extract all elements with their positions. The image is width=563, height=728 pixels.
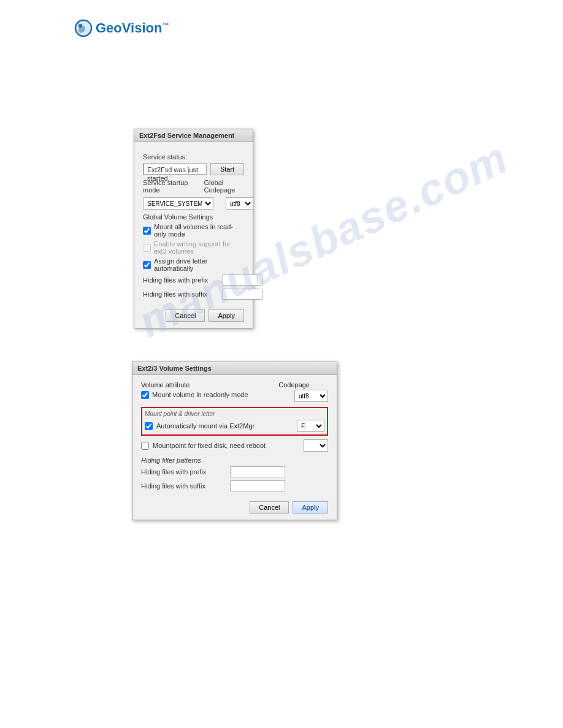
codepage-header-label: Codepage [278, 381, 310, 389]
dialog2-prefix-label: Hiding files with prefix [141, 468, 230, 476]
hiding-patterns-label: Hiding filter patterns [141, 457, 328, 464]
start-button[interactable]: Start [210, 163, 244, 175]
mount-point-section: Mount point & driver letter Automaticall… [141, 407, 328, 436]
startup-mode-label: Service startup mode [143, 179, 192, 194]
codepage-col: Global Codepage [204, 179, 245, 194]
startup-mode-select[interactable]: SERVICE_SYSTEM_START [143, 197, 213, 210]
mount-readonly-label: Mount volume in readonly mode [152, 391, 248, 398]
dialog2-suffix-label: Hiding files with suffix [141, 482, 230, 490]
checkbox-readonly[interactable] [143, 227, 151, 235]
global-volume-label: Global Volume Settings [143, 213, 244, 221]
checkbox-ext3-row: Enable writing support for ext3 volumes [143, 240, 244, 255]
service-status-value: Ext2Fsd was just started. [143, 164, 207, 175]
dialog2-content: Volume attribute Codepage Mount volume i… [132, 375, 337, 520]
dialog2-prefix-input[interactable] [230, 466, 285, 477]
startup-codepage-controls: SERVICE_SYSTEM_START utf8 [143, 197, 244, 210]
dialog2-button-row: Cancel Apply [141, 498, 328, 514]
mount-point-section-label: Mount point & driver letter [145, 411, 324, 417]
dialog2-prefix-row: Hiding files with prefix [141, 466, 328, 477]
dialog1-titlebar: Ext2Fsd Service Management [134, 129, 253, 142]
dialog1-cancel-button[interactable]: Cancel [166, 309, 205, 322]
dialog2-titlebar: Ext2/3 Volume Settings [132, 362, 337, 375]
auto-mount-label: Automatically mount via Ext2Mgr [156, 422, 293, 430]
startup-mode-col: Service startup mode [143, 179, 192, 194]
checkbox-readonly-row: Mount all volumes in read-only mode [143, 223, 244, 238]
dialog2-suffix-row: Hiding files with suffix [141, 480, 328, 491]
startup-codepage-row: Service startup mode Global Codepage [143, 179, 244, 194]
codepage-select2[interactable]: utf8 [294, 390, 328, 402]
fixed-disk-checkbox[interactable] [141, 442, 149, 450]
auto-mount-row: Automatically mount via Ext2Mgr F: [145, 420, 324, 432]
checkbox-driveletter-row: Assign drive letter automatically [143, 257, 244, 272]
service-management-dialog: Ext2Fsd Service Management Service statu… [134, 129, 253, 328]
dialog1-button-row: Cancel Apply [143, 306, 244, 322]
codepage-label: Global Codepage [204, 179, 245, 194]
volume-attribute-label: Volume attribute [141, 381, 190, 389]
prefix-input[interactable] [223, 275, 262, 286]
dialog1-apply-button[interactable]: Apply [209, 309, 244, 322]
logo-area: GeoVision™ [74, 18, 169, 38]
prefix-row: Hiding files with prefix [143, 275, 244, 286]
suffix-label: Hiding files with suffix [143, 290, 223, 298]
logo-text: GeoVision™ [96, 20, 169, 36]
fixed-disk-row: Mountpoint for fixed disk, need reboot [141, 439, 328, 452]
checkbox-ext3 [143, 244, 151, 252]
codepage-control: utf8 [226, 197, 253, 210]
svg-point-1 [79, 24, 82, 28]
checkbox-ext3-label: Enable writing support for ext3 volumes [154, 240, 244, 255]
dialog2-cancel-button[interactable]: Cancel [250, 501, 289, 514]
dialog1-content: Service status: Ext2Fsd was just started… [134, 142, 253, 328]
volume-settings-dialog: Ext2/3 Volume Settings Volume attribute … [132, 362, 337, 520]
fixed-disk-label: Mountpoint for fixed disk, need reboot [153, 442, 300, 449]
codepage-select[interactable]: utf8 [226, 197, 253, 210]
suffix-row: Hiding files with suffix [143, 289, 244, 300]
fixed-disk-select[interactable] [304, 439, 328, 452]
drive-letter-select[interactable]: F: [297, 420, 324, 432]
checkbox-driveletter[interactable] [143, 261, 151, 269]
volume-codepage-header: Volume attribute Codepage [141, 381, 328, 389]
service-status-label: Service status: [143, 153, 244, 161]
dialog2-suffix-input[interactable] [230, 480, 285, 491]
startup-mode-control: SERVICE_SYSTEM_START [143, 197, 213, 210]
suffix-input[interactable] [223, 289, 262, 300]
geovision-logo-icon [74, 18, 93, 38]
checkbox-readonly-label: Mount all volumes in read-only mode [154, 223, 244, 238]
service-status-row: Ext2Fsd was just started. Start [143, 163, 244, 175]
auto-mount-checkbox[interactable] [145, 422, 153, 430]
mount-readonly-checkbox[interactable] [141, 391, 149, 399]
readonly-codepage-row: Mount volume in readonly mode utf8 [141, 390, 328, 402]
prefix-label: Hiding files with prefix [143, 276, 223, 284]
mount-readonly-row: Mount volume in readonly mode [141, 391, 289, 399]
hiding-patterns-section: Hiding filter patterns Hiding files with… [141, 457, 328, 491]
dialog2-apply-button[interactable]: Apply [293, 501, 328, 514]
checkbox-driveletter-label: Assign drive letter automatically [154, 257, 244, 272]
